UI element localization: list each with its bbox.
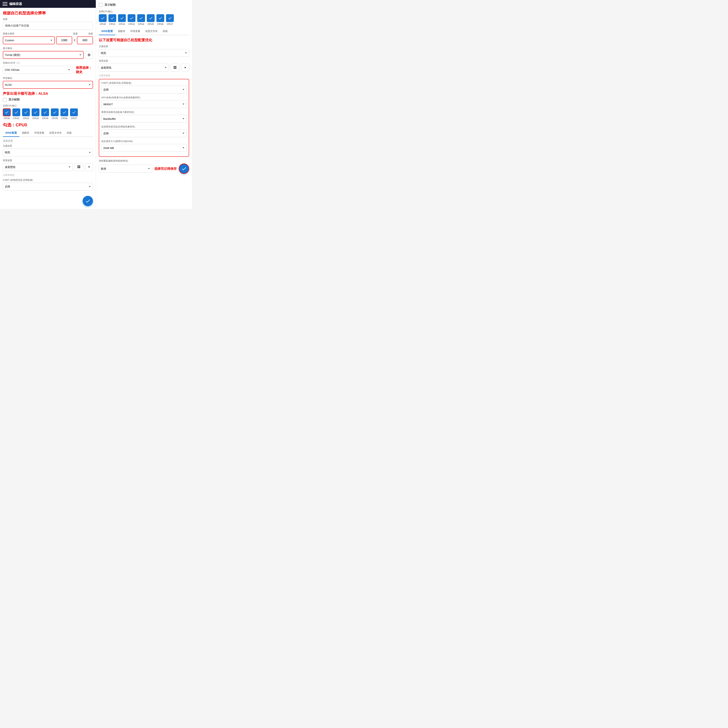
cpu-item-2: CPU2 (22, 109, 30, 119)
right-cpu6-label: CPU6 (157, 23, 164, 25)
right-gpu-name-label: GPU名称(伪装显卡id,改善游戏兼容性) (101, 96, 187, 99)
sound-select[interactable]: ALSA (3, 81, 93, 89)
right-shader-row: 改进着色器渲染(启用提高兼容性) 启用 (101, 125, 187, 137)
tab-wine[interactable]: WINE配置 (3, 130, 19, 137)
right-tab-env[interactable]: 环境变量 (128, 28, 143, 35)
cpu3-checkbox[interactable] (32, 109, 40, 116)
right-cursor-row: 游标覆盖偏移(影响鼠标移动) 禁用 选择完记得保存 (99, 159, 189, 174)
right-gpu-name-select[interactable]: 9800GT (101, 100, 187, 108)
right-vram-select[interactable]: 2048 MB (101, 144, 187, 152)
right-vram-label: 设定显存大小(推荐512或2048) (101, 140, 187, 143)
show-fps-checkbox[interactable] (3, 98, 7, 102)
cpu0-checkbox[interactable] (3, 109, 11, 116)
right-cursor-select[interactable]: 禁用 (99, 165, 152, 173)
right-cpu1-label: CPU1 (109, 23, 116, 25)
right-annotation-top: 以下设置可根据自己机型配置优化 (99, 38, 189, 42)
right-cpu4-checkbox[interactable] (137, 14, 145, 22)
csmt-field-row: CSMT (多线程渲染,启用提速) 启用 (3, 179, 93, 193)
right-wallpaper-image-button[interactable]: 🖼 (170, 64, 180, 72)
right-cpu3-label: CPU3 (128, 23, 135, 25)
cpu4-checkbox[interactable] (41, 109, 49, 116)
right-bg-label: 背景设置 (99, 60, 189, 63)
cpu2-checkbox[interactable] (22, 109, 30, 116)
cpu-item-1: CPU1 (12, 109, 20, 119)
gpu-select[interactable]: Turnip (骁龙) (3, 51, 84, 59)
right-bg-select[interactable]: 桌面壁纸 (99, 64, 169, 72)
theme-select[interactable]: 明亮 (3, 148, 93, 156)
cpu1-checkbox[interactable] (12, 109, 20, 116)
right-cursor-label: 游标覆盖偏移(影响鼠标移动) (99, 159, 189, 162)
right-cpu0-checkbox[interactable] (99, 14, 107, 22)
header-bar: 编辑容器 (0, 0, 96, 8)
cpu6-checkbox[interactable] (60, 109, 68, 116)
bg-field-row: 背景设置 桌面壁纸 🖼 ▼ (3, 159, 93, 171)
wallpaper-image-button[interactable]: 🖼 (74, 163, 84, 171)
width-label: 宽度 (73, 32, 78, 35)
chevron-down-icon: ▼ (88, 166, 90, 168)
reg-label: 注册表键值 (3, 173, 93, 177)
height-input[interactable] (77, 37, 93, 44)
sound-label: 声音驱动 (3, 76, 93, 80)
right-cpu-item-7: CPU7 (166, 14, 174, 25)
right-cpu7-checkbox[interactable] (166, 14, 174, 22)
right-tabs-bar: WINE配置 函数库 环境变量 设置文件夹 高级 (99, 28, 189, 35)
gear-icon: ⚙ (87, 53, 91, 57)
right-tab-wine[interactable]: WINE配置 (99, 28, 115, 35)
gear-button[interactable]: ⚙ (85, 51, 93, 59)
name-field-row: 名称 (3, 18, 93, 30)
right-cpu-label: 启用CPU核心 (99, 10, 189, 13)
right-tab-advanced[interactable]: 高级 (160, 28, 170, 35)
right-cpu1-checkbox[interactable] (109, 14, 116, 22)
height-label: 高度 (88, 32, 93, 35)
tabs-bar: WINE配置 函数库 环境变量 设置文件夹 高级 (3, 130, 93, 137)
save-button-left[interactable] (83, 196, 93, 206)
save-button-right[interactable] (179, 164, 189, 174)
right-theme-select[interactable]: 明亮 (99, 49, 189, 57)
image-icon: 🖼 (77, 165, 81, 169)
right-cpu-item-0: CPU0 (99, 14, 107, 25)
csmt-select[interactable]: 启用 (3, 183, 93, 191)
right-gpu-name-row: GPU名称(伪装显卡id,改善游戏兼容性) 9800GT (101, 96, 187, 108)
tab-advanced[interactable]: 高级 (64, 130, 74, 137)
cpu-item-0: CPU0 (3, 109, 11, 119)
right-cpu-item-3: CPU3 (128, 14, 135, 25)
tab-folder[interactable]: 设置文件夹 (47, 130, 64, 137)
right-cpu-item-2: CPU2 (118, 14, 126, 25)
right-offscreen-select[interactable]: Backbuffer (101, 115, 187, 122)
right-shader-select[interactable]: 启用 (101, 129, 187, 137)
right-cpu7-label: CPU7 (167, 23, 173, 25)
dx-select[interactable]: CNC DDraw (3, 66, 72, 74)
wallpaper-arrow-button[interactable]: ▼ (85, 163, 93, 171)
right-cpu4-label: CPU4 (138, 23, 144, 25)
cpu2-label: CPU2 (23, 117, 29, 119)
annotation-resolution: 根据自己机型选择分辨率 (3, 11, 93, 16)
dx-annotation: 推荐选择：骁龙 (76, 66, 93, 74)
hamburger-icon[interactable] (3, 2, 8, 6)
tab-env[interactable]: 环境变量 (32, 130, 47, 137)
tab-lib[interactable]: 函数库 (19, 130, 32, 137)
right-show-fps-checkbox[interactable] (99, 3, 103, 7)
right-tab-folder[interactable]: 设置文件夹 (143, 28, 160, 35)
cpu-item-6: CPU6 (60, 109, 68, 119)
right-cpu6-checkbox[interactable] (156, 14, 164, 22)
right-wallpaper-arrow-button[interactable]: ▼ (181, 64, 189, 72)
right-cpu3-checkbox[interactable] (128, 14, 135, 22)
cpu4-label: CPU4 (42, 117, 48, 119)
bg-select[interactable]: 桌面壁纸 (3, 163, 73, 171)
right-cpu2-checkbox[interactable] (118, 14, 126, 22)
cpu7-checkbox[interactable] (70, 109, 78, 116)
right-tab-lib[interactable]: 函数库 (115, 28, 128, 35)
right-cpu5-checkbox[interactable] (147, 14, 154, 22)
right-theme-label: 主题设置 (99, 45, 189, 48)
right-offscreen-row: 离屏渲染模式(B提速,F兼容性好) Backbuffer (101, 110, 187, 122)
name-input[interactable] (3, 22, 93, 30)
cpu5-checkbox[interactable] (51, 109, 59, 116)
show-fps-label: 显示帧数 (9, 98, 20, 101)
width-input[interactable] (56, 37, 72, 44)
right-csmt-select[interactable]: 启用 (101, 86, 187, 93)
resolution-select[interactable]: Custom (3, 37, 55, 44)
right-csmt-row: CSMT (多线程渲染,启用提速) 启用 (101, 81, 187, 93)
right-cpu-item-1: CPU1 (109, 14, 116, 25)
right-theme-row: 主题设置 明亮 (99, 45, 189, 57)
bg-label: 背景设置 (3, 159, 93, 162)
